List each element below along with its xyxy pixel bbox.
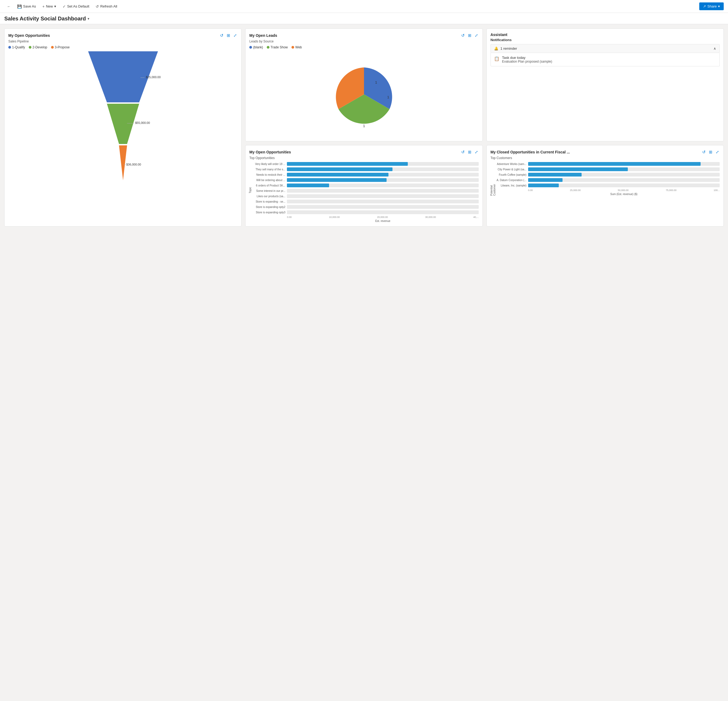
assistant-card: Assistant Notifications 🔔 1 reminder ∧ 📋… [487, 29, 724, 141]
funnel-chart: $25,000.00 $55,000.00 $36,000.00 [8, 51, 237, 186]
web-dot [292, 46, 294, 49]
tradeshow-label: Trade Show [270, 45, 288, 49]
toolbar: ← 💾 Save As + New ▾ ✓ Set As Default ↺ R… [0, 0, 728, 13]
bar-label: Store is expanding opty3 [253, 211, 285, 214]
closed-opp-chart-wrap: Potential Customer Adventure Works (sam.… [491, 162, 720, 196]
top-opp-refresh-btn[interactable]: ↺ [461, 149, 465, 155]
bar-label: City Power & Light (sa... [494, 168, 527, 171]
leads-expand-btn[interactable]: ⤢ [474, 33, 479, 38]
bar-track [528, 168, 720, 171]
leads-download-btn[interactable]: ⊞ [467, 33, 472, 38]
top-opp-actions: ↺ ⊞ ⤢ [461, 149, 479, 155]
bar-label: 6 orders of Product SK... [253, 184, 285, 187]
bar-label: They sell many of the s... [253, 168, 285, 171]
leads-refresh-btn[interactable]: ↺ [461, 33, 465, 38]
closed-opp-bar-row: A. Datum Corporation (... [494, 178, 720, 182]
develop-dot [29, 46, 32, 49]
qualify-dot [8, 46, 11, 49]
top-opp-bar-row: Will be ordering about ... [253, 178, 478, 182]
share-label: Share [707, 4, 717, 8]
assistant-card-header: Assistant [491, 33, 720, 37]
assistant-title: Assistant [491, 33, 507, 37]
notifications-label: Notifications [491, 38, 720, 42]
share-icon: ↗ [703, 4, 706, 8]
qualify-label: 1-Qualify [12, 45, 25, 49]
bar-label: A. Datum Corporation (... [494, 179, 527, 182]
bar-fill [528, 178, 562, 182]
set-default-label: Set As Default [67, 4, 89, 8]
propose-dot [51, 46, 54, 49]
leads-card-title: My Open Leads [249, 33, 277, 38]
closed-opp-bar-row: City Power & Light (sa... [494, 168, 720, 171]
bar-track [528, 162, 720, 166]
top-opp-x-label: Est. revenue [253, 220, 478, 223]
funnel-propose [119, 145, 127, 180]
task-label: Task due today [502, 56, 552, 60]
funnel-develop [107, 104, 139, 144]
legend-develop: 2-Develop [29, 45, 47, 49]
bar-track [287, 168, 478, 171]
share-dropdown-icon: ▾ [718, 4, 720, 8]
top-opp-subtitle: Top Opportunities [249, 156, 478, 160]
bar-label: Fourth Coffee (sample) [494, 173, 527, 176]
top-opp-bar-row: They sell many of the s... [253, 168, 478, 171]
tradeshow-dot [267, 46, 269, 49]
bar-track [287, 178, 478, 182]
notif-text: Task due today Evaluation Plan proposed … [502, 56, 552, 64]
dashboard: My Open Opportunities ↺ ⊞ ⤢ Sales Pipeli… [0, 24, 728, 231]
closed-opp-download-btn[interactable]: ⊞ [708, 149, 713, 155]
top-opp-x-axis: 0.00 10,000.00 20,000.00 30,000.00 40,..… [253, 216, 478, 218]
closed-opp-refresh-btn[interactable]: ↺ [702, 149, 706, 155]
notification-body: 📋 Task due today Evaluation Plan propose… [491, 53, 720, 66]
bar-label: Store is expanding opty2 [253, 205, 285, 208]
share-button[interactable]: ↗ Share ▾ [699, 3, 724, 10]
closed-opp-actions: ↺ ⊞ ⤢ [702, 149, 720, 155]
top-opp-bar-row: Store is expanding opty2 [253, 205, 478, 209]
new-label: New [46, 4, 53, 8]
legend-qualify: 1-Qualify [8, 45, 25, 49]
bar-fill [528, 162, 701, 166]
top-opp-download-btn[interactable]: ⊞ [467, 149, 472, 155]
closed-opp-y-axis: Potential Customer [490, 173, 496, 196]
notification-header[interactable]: 🔔 1 reminder ∧ [491, 44, 720, 53]
page-title-dropdown-icon[interactable]: ▾ [88, 17, 90, 21]
top-opp-header: My Open Opportunities ↺ ⊞ ⤢ [249, 149, 478, 155]
refresh-all-button[interactable]: ↺ Refresh All [93, 3, 120, 10]
opp-download-btn[interactable]: ⊞ [226, 33, 231, 38]
legend-blank: (blank) [249, 45, 263, 49]
opp-expand-btn[interactable]: ⤢ [233, 33, 237, 38]
bar-track [528, 184, 720, 187]
bar-fill [287, 168, 392, 171]
bar-fill [528, 168, 628, 171]
label-qualify: $25,000.00 [146, 75, 161, 79]
bar-track [528, 173, 720, 176]
save-icon: 💾 [17, 4, 22, 9]
back-button[interactable]: ← [4, 3, 13, 10]
page-title-bar: Sales Activity Social Dashboard ▾ [0, 13, 728, 24]
closed-opp-bar-row: Adventure Works (sam... [494, 162, 720, 166]
opp-subtitle: Sales Pipeline [8, 39, 237, 43]
bar-label: Adventure Works (sam... [494, 163, 527, 166]
top-opp-bars: Very likely will order 18 ... They sell … [253, 162, 478, 214]
opp-refresh-btn[interactable]: ↺ [220, 33, 224, 38]
opp-card-header: My Open Opportunities ↺ ⊞ ⤢ [8, 33, 237, 38]
checkmark-icon: ✓ [63, 4, 66, 9]
set-default-button[interactable]: ✓ Set As Default [60, 3, 92, 10]
leads-subtitle: Leads by Source [249, 39, 478, 43]
top-opp-expand-btn[interactable]: ⤢ [474, 149, 479, 155]
bar-label: Litware, Inc. (sample) [494, 184, 527, 187]
new-button[interactable]: + New ▾ [40, 3, 59, 10]
top-opp-bar-row: Likes our products (sa... [253, 194, 478, 198]
reminder-count: 1 reminder [500, 46, 517, 51]
bar-label: Very likely will order 18 ... [253, 163, 285, 166]
closed-opportunities-card: My Closed Opportunities in Current Fisca… [487, 145, 724, 227]
legend-tradeshow: Trade Show [267, 45, 288, 49]
develop-label: 2-Develop [33, 45, 47, 49]
task-icon: 📋 [494, 56, 500, 61]
save-as-button[interactable]: 💾 Save As [14, 3, 39, 10]
top-opp-y-axis: Topic [249, 187, 252, 193]
closed-opp-x-axis: 0.00 25,000.00 50,000.00 75,000.00 100..… [494, 189, 720, 192]
closed-opp-expand-btn[interactable]: ⤢ [715, 149, 720, 155]
open-leads-card: My Open Leads ↺ ⊞ ⤢ Leads by Source (bla… [245, 29, 482, 141]
top-opp-bar-row: Store is expanding opty3 [253, 210, 478, 214]
